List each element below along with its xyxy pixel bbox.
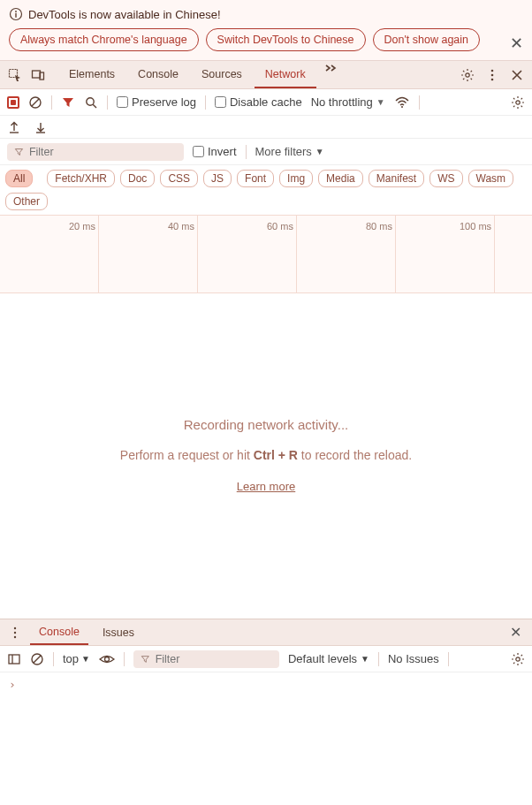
log-levels-select[interactable]: Default levels ▼ <box>288 652 369 665</box>
funnel-icon <box>14 147 24 157</box>
dropdown-arrow-icon: ▼ <box>81 654 90 664</box>
separator <box>246 145 247 159</box>
console-body[interactable]: › <box>0 672 532 805</box>
console-clear-icon[interactable] <box>30 652 44 666</box>
chip-media[interactable]: Media <box>318 170 363 187</box>
banner-title-row: DevTools is now available in Chinese! <box>9 7 523 21</box>
drawer-tab-console[interactable]: Console <box>30 620 88 645</box>
switch-language-button[interactable]: Switch DevTools to Chinese <box>206 28 366 51</box>
separator <box>53 652 54 666</box>
svg-point-19 <box>14 631 16 633</box>
svg-point-14 <box>401 106 403 108</box>
network-toolbar: Preserve log Disable cache No throttling… <box>0 89 532 116</box>
network-conditions-icon[interactable] <box>394 95 410 110</box>
empty-state: Recording network activity... Perform a … <box>0 293 532 493</box>
chip-all[interactable]: All <box>5 170 33 187</box>
drawer-tab-issues[interactable]: Issues <box>94 621 143 644</box>
svg-line-24 <box>34 656 41 663</box>
network-toolbar-2 <box>0 116 532 139</box>
drawer: Console Issues ✕ top ▼ Default levels ▼ … <box>0 619 532 805</box>
console-prompt-icon: › <box>9 678 16 691</box>
export-har-icon[interactable] <box>7 120 21 134</box>
chip-manifest[interactable]: Manifest <box>369 170 424 187</box>
empty-heading: Recording network activity... <box>0 417 532 432</box>
chip-js[interactable]: JS <box>203 170 232 187</box>
throttling-label: No throttling <box>311 95 373 109</box>
disable-cache-checkbox[interactable]: Disable cache <box>215 95 302 109</box>
chip-fetch-xhr[interactable]: Fetch/XHR <box>47 170 115 187</box>
separator <box>205 95 206 110</box>
separator <box>107 95 108 110</box>
console-filter-input[interactable] <box>156 653 272 665</box>
filter-toggle-icon[interactable] <box>61 95 75 110</box>
console-toolbar: top ▼ Default levels ▼ No Issues <box>0 646 532 672</box>
live-expression-icon[interactable] <box>99 653 115 665</box>
dont-show-button[interactable]: Don't show again <box>373 28 481 51</box>
throttling-select[interactable]: No throttling ▼ <box>311 95 385 109</box>
timeline-label: 80 ms <box>366 221 392 232</box>
drawer-close-icon[interactable]: ✕ <box>505 624 527 641</box>
filter-input[interactable] <box>29 146 177 158</box>
dropdown-arrow-icon: ▼ <box>315 147 324 156</box>
tab-sources[interactable]: Sources <box>191 62 253 88</box>
more-filters-button[interactable]: More filters ▼ <box>255 145 324 158</box>
info-icon <box>9 7 23 21</box>
tab-console[interactable]: Console <box>127 62 189 88</box>
svg-point-8 <box>491 73 494 76</box>
invert-input[interactable] <box>193 146 204 157</box>
more-menu-icon[interactable] <box>483 65 502 85</box>
empty-subtext: Perform a request or hit Ctrl + R to rec… <box>0 448 532 462</box>
invert-checkbox[interactable]: Invert <box>193 145 237 158</box>
console-settings-icon[interactable] <box>511 652 525 666</box>
chip-other[interactable]: Other <box>5 193 48 210</box>
chip-doc[interactable]: Doc <box>120 170 155 187</box>
svg-line-13 <box>93 104 96 108</box>
timeline-label: 20 ms <box>69 221 95 232</box>
drawer-menu-icon[interactable] <box>5 623 25 642</box>
tab-elements[interactable]: Elements <box>58 62 125 88</box>
inspect-element-icon[interactable] <box>5 65 25 85</box>
panel-tabs: Elements Console Sources Network <box>58 62 345 88</box>
device-toolbar-icon[interactable] <box>28 65 48 85</box>
svg-point-1 <box>15 11 17 12</box>
close-devtools-icon[interactable] <box>507 65 527 85</box>
record-button[interactable] <box>7 96 19 109</box>
match-language-button[interactable]: Always match Chrome's language <box>9 28 199 51</box>
preserve-log-checkbox[interactable]: Preserve log <box>117 95 196 109</box>
filter-input-box[interactable] <box>7 143 184 161</box>
timeline-overview[interactable]: 20 ms 40 ms 60 ms 80 ms 100 ms <box>0 216 532 293</box>
console-filter-box[interactable] <box>133 650 279 668</box>
settings-icon[interactable] <box>458 65 477 85</box>
banner-close-icon[interactable]: ✕ <box>510 35 523 51</box>
log-levels-label: Default levels <box>288 652 357 665</box>
search-icon[interactable] <box>84 95 98 110</box>
banner-buttons: Always match Chrome's language Switch De… <box>9 28 523 51</box>
language-banner: DevTools is now available in Chinese! Al… <box>0 0 532 61</box>
timeline-label: 40 ms <box>168 221 194 232</box>
svg-point-20 <box>14 635 16 637</box>
chip-wasm[interactable]: Wasm <box>468 170 514 187</box>
svg-point-26 <box>516 657 520 660</box>
disable-cache-input[interactable] <box>215 96 226 108</box>
console-sidebar-toggle-icon[interactable] <box>7 652 21 666</box>
network-settings-icon[interactable] <box>511 95 525 110</box>
chip-ws[interactable]: WS <box>429 170 462 187</box>
clear-button[interactable] <box>28 95 42 110</box>
svg-rect-4 <box>33 71 41 78</box>
separator <box>448 652 449 666</box>
preserve-log-input[interactable] <box>117 96 128 108</box>
chip-font[interactable]: Font <box>237 170 274 187</box>
context-selector[interactable]: top ▼ <box>63 652 90 665</box>
tab-network[interactable]: Network <box>255 62 316 88</box>
chip-img[interactable]: Img <box>279 170 313 187</box>
chip-css[interactable]: CSS <box>160 170 198 187</box>
import-har-icon[interactable] <box>34 120 48 134</box>
learn-more-link[interactable]: Learn more <box>237 480 295 493</box>
separator <box>124 652 125 666</box>
main-tabs-bar: Elements Console Sources Network <box>0 61 532 89</box>
drawer-tabs: Console Issues ✕ <box>0 619 532 646</box>
tabs-overflow-icon[interactable] <box>318 62 345 88</box>
disable-cache-label: Disable cache <box>230 95 302 109</box>
issues-counter[interactable]: No Issues <box>388 652 439 665</box>
svg-point-12 <box>87 97 94 104</box>
